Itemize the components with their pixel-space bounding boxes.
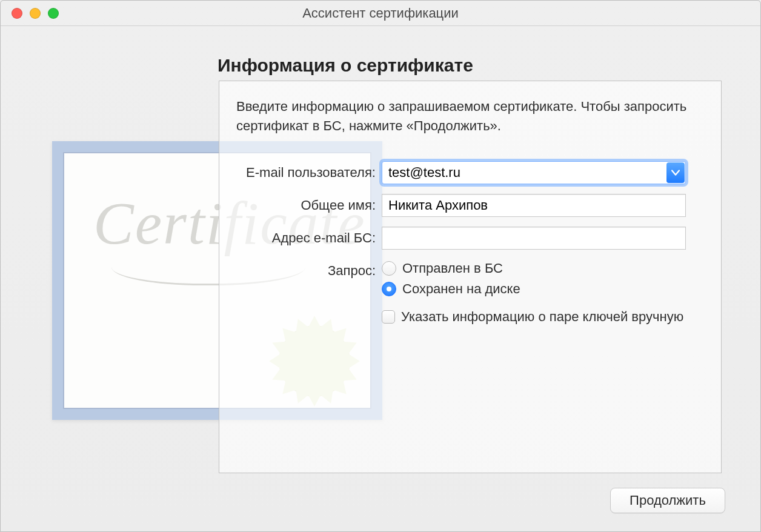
keypair-manual-checkbox[interactable]: [382, 310, 395, 324]
form-panel: Введите информацию о запрашиваемом серти…: [219, 81, 722, 473]
assistant-window: Ассистент сертификации Certificate Инфор…: [0, 0, 761, 532]
request-radio-group: Отправлен в БС Сохранен на диске Указать…: [382, 259, 686, 325]
user-email-label: E-mail пользователя:: [219, 161, 382, 183]
window-title: Ассистент сертификации: [302, 5, 459, 21]
instructions-text: Введите информацию о запрашиваемом серти…: [236, 97, 704, 136]
window-controls: [12, 8, 59, 19]
close-window-button[interactable]: [12, 8, 22, 19]
request-radio-saved-to-disk-label: Сохранен на диске: [402, 281, 520, 297]
zoom-window-button[interactable]: [48, 8, 59, 19]
user-email-combobox[interactable]: [382, 161, 686, 184]
request-label: Запрос:: [219, 259, 382, 281]
common-name-input[interactable]: [382, 194, 686, 217]
page-heading: Информация о сертификате: [218, 55, 473, 76]
titlebar: Ассистент сертификации: [1, 1, 760, 26]
common-name-label: Общее имя:: [219, 194, 382, 216]
ca-email-input[interactable]: [382, 227, 686, 250]
request-radio-sent-to-ca-label: Отправлен в БС: [402, 261, 503, 276]
certificate-form: E-mail пользователя: Общее имя:: [219, 161, 721, 339]
user-email-dropdown-button[interactable]: [666, 162, 685, 183]
request-radio-saved-to-disk[interactable]: [382, 282, 396, 296]
keypair-manual-checkbox-label: Указать информацию о паре ключей вручную: [401, 309, 683, 325]
request-radio-sent-to-ca[interactable]: [382, 261, 396, 276]
minimize-window-button[interactable]: [30, 8, 41, 19]
chevron-down-icon: [671, 168, 680, 177]
window-body: Certificate Информация о сертификате Вве…: [1, 26, 760, 531]
continue-button[interactable]: Продолжить: [610, 488, 725, 513]
ca-email-label: Адрес e-mail БС:: [219, 227, 382, 248]
user-email-input[interactable]: [382, 161, 686, 184]
